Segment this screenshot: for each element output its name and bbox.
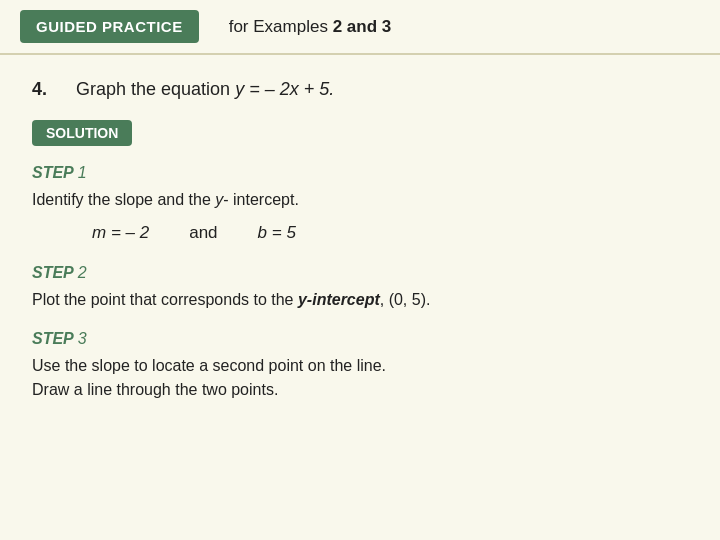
guided-practice-badge: GUIDED PRACTICE xyxy=(20,10,199,43)
step-3-block: STEP 3 Use the slope to locate a second … xyxy=(32,330,688,402)
solution-badge: SOLUTION xyxy=(32,120,132,146)
page: GUIDED PRACTICE for Examples 2 and 3 4. … xyxy=(0,0,720,540)
step-word-2: STEP xyxy=(32,264,78,281)
step-word-3: STEP xyxy=(32,330,78,347)
for-text-label: for Examples xyxy=(229,17,333,36)
step-num-2: 2 xyxy=(78,264,87,281)
step-1-description: Identify the slope and the y- intercept.… xyxy=(32,188,688,246)
examples-numbers: 2 and 3 xyxy=(333,17,392,36)
step-2-description: Plot the point that corresponds to the y… xyxy=(32,288,688,312)
problem-text: Graph the equation y = – 2x + 5. xyxy=(76,79,334,100)
step-2-block: STEP 2 Plot the point that corresponds t… xyxy=(32,264,688,312)
step-1-block: STEP 1 Identify the slope and the y- int… xyxy=(32,164,688,246)
for-examples-text: for Examples 2 and 3 xyxy=(229,17,392,37)
step-3-line1: Use the slope to locate a second point o… xyxy=(32,357,386,374)
step-1-label: STEP 1 xyxy=(32,164,688,182)
intercept-value: b = 5 xyxy=(258,220,296,246)
step-1-math-line: m = – 2 and b = 5 xyxy=(92,220,688,246)
problem-line: 4. Graph the equation y = – 2x + 5. xyxy=(32,79,688,100)
slope-value: m = – 2 xyxy=(92,220,149,246)
problem-text-prefix: Graph the equation xyxy=(76,79,235,99)
problem-number: 4. xyxy=(32,79,60,100)
step-word-1: STEP xyxy=(32,164,78,181)
step-3-label: STEP 3 xyxy=(32,330,688,348)
y-intercept-bold: y-intercept xyxy=(298,291,380,308)
y-intercept-ref: y xyxy=(215,191,223,208)
and-conjunction: and xyxy=(189,220,217,246)
problem-equation: y = – 2x + 5. xyxy=(235,79,334,99)
step-num-3: 3 xyxy=(78,330,87,347)
step-3-description: Use the slope to locate a second point o… xyxy=(32,354,688,402)
main-content: 4. Graph the equation y = – 2x + 5. SOLU… xyxy=(0,55,720,444)
header-bar: GUIDED PRACTICE for Examples 2 and 3 xyxy=(0,0,720,55)
step-3-line2: Draw a line through the two points. xyxy=(32,381,278,398)
step-2-label: STEP 2 xyxy=(32,264,688,282)
step-num-1: 1 xyxy=(78,164,87,181)
